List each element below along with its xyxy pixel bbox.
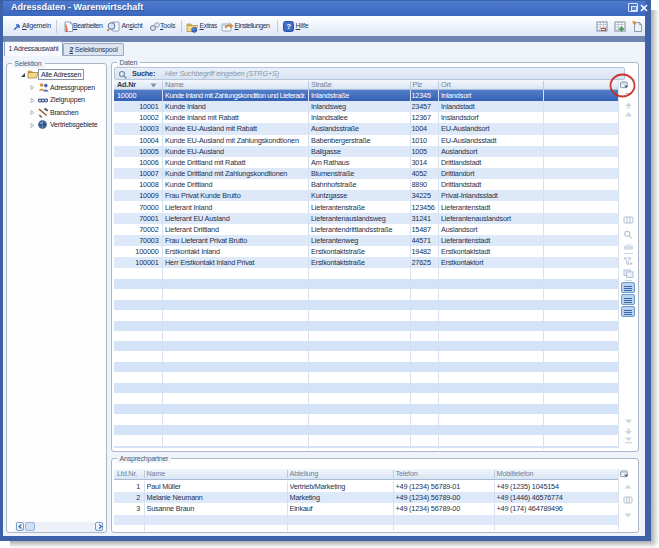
svg-text:?: ? — [286, 22, 291, 31]
